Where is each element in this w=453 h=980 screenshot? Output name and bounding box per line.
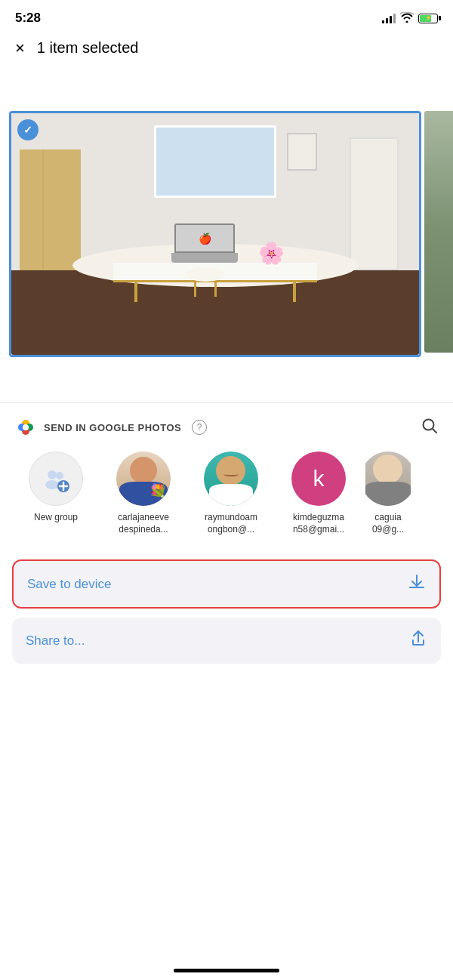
status-time: 5:28 <box>15 11 41 26</box>
send-title-group: SEND IN GOOGLE PHOTOS ? <box>15 417 207 438</box>
contact-avatar-raymond <box>204 451 258 506</box>
selection-checkmark: ✓ <box>17 119 39 140</box>
contact-caguia[interactable]: caguia09@g... <box>365 451 411 535</box>
share-to-button[interactable]: Share to... <box>12 618 441 664</box>
action-buttons-section: Save to device Share to... <box>0 544 453 676</box>
help-icon-button[interactable]: ? <box>192 420 207 435</box>
signal-icon <box>382 13 396 23</box>
contact-name-kim: kimdeguzman58@gmai... <box>293 512 344 535</box>
save-device-label: Save to device <box>27 577 112 592</box>
new-group-avatar <box>29 451 83 506</box>
share-to-label: Share to... <box>26 633 85 649</box>
photo-item-secondary[interactable] <box>424 111 453 353</box>
svg-point-7 <box>48 470 57 479</box>
google-photos-icon <box>15 417 36 438</box>
save-device-icon <box>408 573 426 595</box>
contact-avatar-carla: 💐 <box>116 451 171 506</box>
contacts-row: New group 💐 carlajaneevedespineda... ray… <box>15 451 438 535</box>
send-section-title: SEND IN GOOGLE PHOTOS <box>44 422 181 433</box>
close-button[interactable]: × <box>15 40 25 57</box>
svg-point-8 <box>56 472 63 479</box>
contact-avatar-kim: k <box>291 451 346 506</box>
help-label: ? <box>197 422 202 433</box>
contact-name-carla: carlajaneevedespineda... <box>118 512 169 535</box>
battery-icon: ⚡ <box>418 14 438 23</box>
contact-new-group[interactable]: New group <box>15 451 97 535</box>
page-title: 1 item selected <box>37 39 139 57</box>
contact-name-raymond: raymundoamongbon@... <box>205 512 257 535</box>
contact-name-caguia: caguia09@g... <box>372 512 404 535</box>
send-section: SEND IN GOOGLE PHOTOS ? <box>0 403 453 544</box>
send-header: SEND IN GOOGLE PHOTOS ? <box>15 417 438 438</box>
status-icons: ⚡ <box>382 12 438 25</box>
photos-scroll-area[interactable]: ✓ 🍎 🌸 <box>0 66 453 402</box>
home-bar <box>174 969 279 972</box>
share-to-icon <box>409 630 427 652</box>
status-bar: 5:28 ⚡ <box>0 0 453 33</box>
contact-letter-kim: k <box>313 466 325 492</box>
save-to-device-button[interactable]: Save to device <box>12 559 441 609</box>
photo-main-image: 🍎 🌸 <box>11 113 419 355</box>
wifi-icon <box>400 12 414 25</box>
contact-avatar-caguia <box>365 451 411 506</box>
svg-point-4 <box>23 424 29 430</box>
photo-item-selected[interactable]: ✓ 🍎 🌸 <box>9 111 421 357</box>
contact-raymond[interactable]: raymundoamongbon@... <box>190 451 272 535</box>
contact-kim[interactable]: k kimdeguzman58@gmai... <box>278 451 359 535</box>
contact-name-new-group: New group <box>34 512 78 524</box>
contact-carla[interactable]: 💐 carlajaneevedespineda... <box>103 451 184 535</box>
search-button[interactable] <box>421 418 438 438</box>
header: × 1 item selected <box>0 33 453 66</box>
svg-line-6 <box>433 429 436 433</box>
